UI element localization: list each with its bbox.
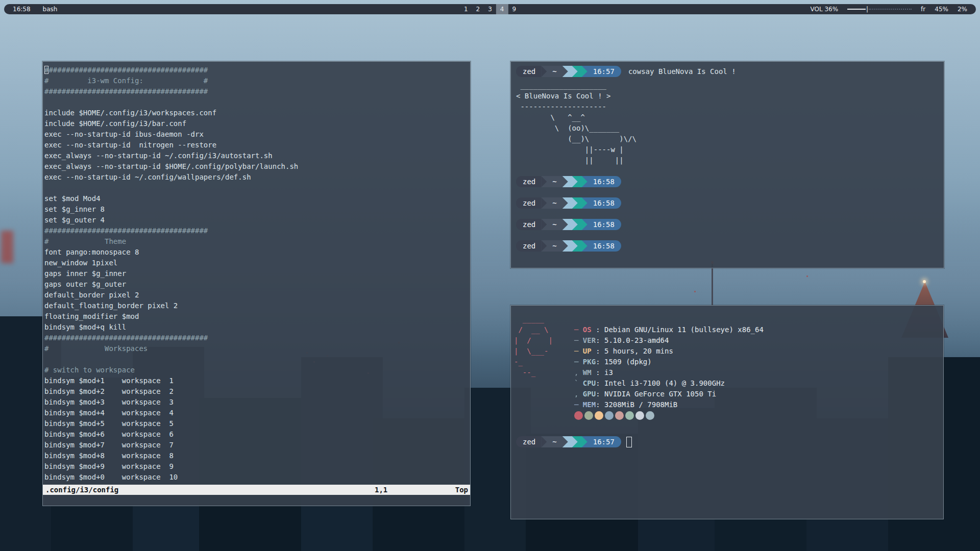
slider-fill: [847, 9, 866, 10]
vim-line: # Workspaces: [44, 343, 470, 354]
vim-line: default_floating_border pixel 2: [44, 300, 470, 311]
shell-line: zed~16:58: [516, 197, 944, 209]
terminal-window-cowsay[interactable]: zed~16:57 cowsay BlueNova Is Cool ! ____…: [510, 61, 944, 268]
prompt-directory: ~: [547, 176, 562, 187]
powerline-separator: [572, 240, 578, 252]
prompt-time: 16:58: [587, 219, 621, 230]
powerline-separator: [541, 66, 547, 77]
vim-line: ######################################: [44, 65, 470, 76]
powerline-separator: [541, 240, 547, 252]
vim-line: ######################################: [44, 333, 470, 343]
prompt-directory: ~: [547, 197, 562, 209]
slider-handle[interactable]: |: [866, 6, 868, 13]
status-bar: 16:58 bash 12349 VOL 36% | fr 45% 2%: [4, 4, 976, 14]
vim-filename: .config/i3/config: [45, 486, 118, 494]
powerline-separator: [582, 436, 587, 447]
palette-dot: [646, 411, 654, 420]
fetch-line-prefix: `: [574, 379, 583, 387]
shell-prompt: zed~16:57: [516, 436, 621, 447]
prompt-directory: ~: [547, 66, 562, 77]
prompt-time: 16:58: [587, 240, 621, 252]
distro-ascii-art: _____ / __ \ | / | | \___- -_ --_: [514, 314, 574, 421]
fetch-label: CPU: [583, 379, 596, 387]
vim-line: bindsym $mod+0 workspace 10: [44, 472, 470, 483]
workspace-button-2[interactable]: 2: [472, 4, 484, 14]
vim-line: ######################################: [44, 86, 470, 97]
powerline-separator: [582, 197, 587, 209]
fetch-label: WM: [583, 368, 596, 377]
chevron-band: [568, 240, 572, 252]
powerline-separator: [572, 436, 578, 447]
powerline-separator: [582, 176, 587, 187]
workspace-button-4[interactable]: 4: [496, 4, 508, 14]
keyboard-layout[interactable]: fr: [921, 6, 925, 13]
palette-dot: [595, 411, 603, 420]
vim-line: # switch to workspace: [44, 365, 470, 375]
fetch-line-prefix: ─: [574, 347, 583, 355]
fetch-info-line: ─ VER: 5.10.0-23-amd64: [574, 335, 764, 346]
vim-line: gaps inner $g_inner: [44, 268, 470, 279]
vim-line: set $g_outer 4: [44, 215, 470, 226]
fetch-label: GPU: [583, 390, 596, 398]
vim-line: set $mod Mod4: [44, 193, 470, 204]
shell-line: zed~16:57: [516, 436, 943, 447]
shell-prompt: zed~16:57: [516, 66, 621, 77]
fetch-label: MEM: [583, 400, 596, 409]
fetch-output: _____ / __ \ | / | | \___- -_ --_ ─ OS :…: [514, 314, 943, 421]
terminal-cursor: [626, 437, 632, 447]
vim-scroll-indicator: Top: [455, 485, 468, 495]
pyramid-beacon: [923, 280, 926, 283]
fetch-value: : 1509 (dpkg): [596, 358, 652, 366]
powerline-separator: [541, 219, 547, 230]
fetch-line-prefix: ─: [574, 358, 583, 366]
powerline-separator: [582, 219, 587, 230]
vim-cursor-position: 1,1: [375, 485, 387, 495]
terminal-window-fetch[interactable]: _____ / __ \ | / | | \___- -_ --_ ─ OS :…: [510, 305, 944, 519]
vim-buffer: ####################################### …: [43, 62, 470, 483]
shell-line: zed~16:58: [516, 176, 944, 187]
powerline-separator: [541, 176, 547, 187]
vim-line: ######################################: [44, 226, 470, 236]
vim-line: gaps outer $g_outer: [44, 279, 470, 290]
vim-line: # Theme: [44, 236, 470, 247]
vim-line: [44, 354, 470, 365]
palette-dot: [574, 411, 583, 420]
chevron-band: [578, 436, 582, 447]
vim-line: bindsym $mod+3 workspace 3: [44, 397, 470, 408]
workspace-button-9[interactable]: 9: [508, 4, 520, 14]
shell-prompt-stack: zed~16:58zed~16:58zed~16:58zed~16:58: [516, 176, 944, 252]
fetch-info-column: ─ OS : Debian GNU/Linux 11 (bullseye) x8…: [574, 324, 764, 421]
stat-percent-a: 45%: [935, 6, 948, 13]
vim-line: bindsym $mod+6 workspace 6: [44, 429, 470, 440]
volume-slider[interactable]: |: [847, 6, 912, 13]
terminal-color-palette: [574, 410, 764, 421]
powerline-separator: [562, 436, 568, 447]
vim-line: bindsym $mod+8 workspace 8: [44, 450, 470, 461]
terminal-window-vim[interactable]: ####################################### …: [42, 61, 471, 506]
palette-dot: [605, 411, 614, 420]
fetch-info-line: ─ OS : Debian GNU/Linux 11 (bullseye) x8…: [574, 324, 764, 335]
prompt-time: 16:58: [587, 197, 621, 209]
bar-left-modules: 16:58 bash: [4, 6, 57, 13]
bar-time: 16:58: [13, 6, 31, 13]
vim-line: exec_always --no-startup-id $HOME/.confi…: [44, 161, 470, 172]
prompt-user: zed: [516, 176, 541, 187]
prompt-time: 16:58: [587, 176, 621, 187]
vim-line: default_border pixel 2: [44, 290, 470, 300]
powerline-separator: [582, 240, 587, 252]
powerline-separator: [572, 219, 578, 230]
vim-line: bindsym $mod+q kill: [44, 322, 470, 333]
vim-line: include $HOME/.config/i3/bar.conf: [44, 118, 470, 129]
neon-sign: [1, 231, 13, 263]
chevron-band: [578, 176, 582, 187]
powerline-separator: [572, 197, 578, 209]
chevron-band: [568, 436, 572, 447]
fetch-value: : 3208MiB / 7908MiB: [596, 400, 677, 409]
prompt-directory: ~: [547, 219, 562, 230]
palette-dot: [635, 411, 644, 420]
workspace-button-1[interactable]: 1: [460, 4, 472, 14]
shell-line: zed~16:58: [516, 240, 944, 252]
fetch-label: OS: [583, 325, 596, 334]
shell-command: cowsay BlueNova Is Cool !: [628, 66, 736, 77]
workspace-button-3[interactable]: 3: [484, 4, 496, 14]
